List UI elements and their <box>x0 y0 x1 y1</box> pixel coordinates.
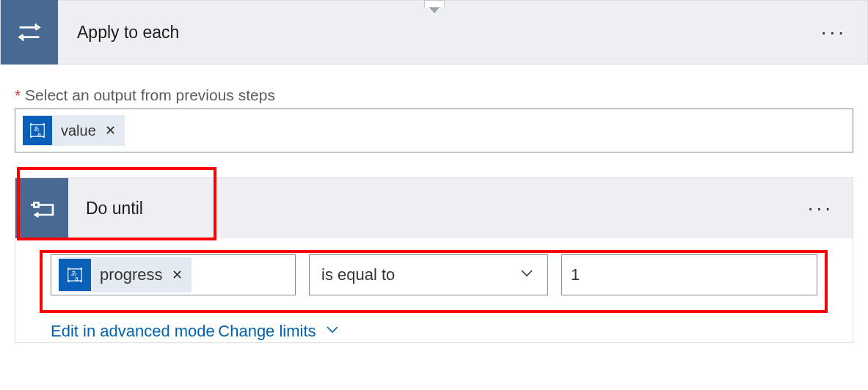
output-token-value[interactable]: あ a value ✕ <box>23 115 125 146</box>
apply-to-each-card: Apply to each ··· * Select an output fro… <box>0 0 868 343</box>
select-output-label-text: Select an output from previous steps <box>25 87 275 103</box>
change-limits-label: Change limits <box>218 322 316 341</box>
remove-output-token-button[interactable]: ✕ <box>105 122 116 139</box>
condition-row: あ a progress ✕ is equal to <box>51 254 817 295</box>
chevron-down-icon <box>324 320 341 342</box>
condition-left-token-label: progress <box>100 265 163 284</box>
required-asterisk: * <box>15 87 21 103</box>
select-output-label: * Select an output from previous steps <box>15 87 853 104</box>
edit-advanced-mode-link[interactable]: Edit in advanced mode <box>51 322 215 341</box>
condition-operator-select[interactable]: is equal to <box>309 254 548 295</box>
output-token-label: value <box>61 122 96 139</box>
condition-left-input[interactable]: あ a progress ✕ <box>51 254 296 295</box>
apply-to-each-title: Apply to each <box>58 23 800 43</box>
do-until-title: Do until <box>68 199 789 218</box>
select-output-input[interactable]: あ a value ✕ <box>15 108 853 152</box>
change-limits-link[interactable]: Change limits <box>218 320 340 342</box>
translator-icon: あ a <box>59 259 91 291</box>
svg-text:a: a <box>37 130 41 138</box>
condition-value-input-wrap[interactable] <box>561 254 817 295</box>
condition-operator-label: is equal to <box>321 265 395 284</box>
condition-value-input[interactable] <box>569 255 809 295</box>
translator-icon: あ a <box>23 116 52 145</box>
loop-icon-svg <box>15 18 44 47</box>
loop-icon <box>1 0 58 65</box>
chevron-down-icon <box>518 264 536 286</box>
do-until-header[interactable]: Do until ··· <box>15 178 853 238</box>
condition-left-token[interactable]: あ a progress ✕ <box>59 257 192 292</box>
do-until-icon <box>15 178 68 238</box>
connector-arrow-down-icon <box>424 0 445 7</box>
remove-condition-left-token-button[interactable]: ✕ <box>172 267 183 283</box>
do-until-card: Do until ··· あ a <box>15 177 853 343</box>
edit-advanced-mode-label: Edit in advanced mode <box>51 322 215 341</box>
svg-text:a: a <box>75 275 79 282</box>
